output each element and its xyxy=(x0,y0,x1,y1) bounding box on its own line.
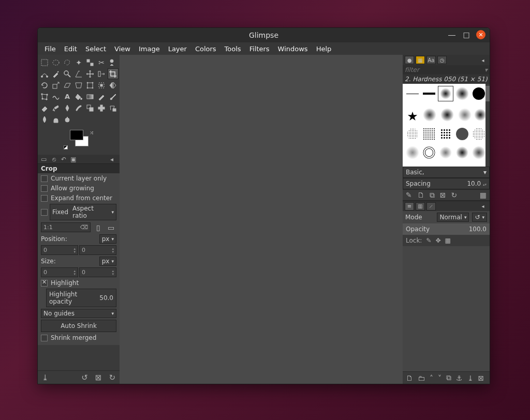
tab-device-status-icon[interactable]: ⎋ xyxy=(50,155,58,163)
close-button[interactable]: ✕ xyxy=(476,30,485,39)
tool-paths[interactable] xyxy=(39,68,50,79)
tab-channels-icon[interactable]: ▥ xyxy=(416,202,425,211)
opt-expand-from-center[interactable]: Expand from center xyxy=(41,194,116,202)
brush-category-dropdown[interactable]: Basic,▾ xyxy=(403,167,490,178)
tool-perspective[interactable] xyxy=(73,80,84,91)
tool-handle-transform[interactable] xyxy=(96,80,107,91)
tool-dodge-burn[interactable] xyxy=(62,114,73,125)
tool-warp[interactable] xyxy=(51,91,62,102)
opt-fixed-check[interactable] xyxy=(41,209,48,216)
tab-menu-icon[interactable]: ◂ xyxy=(108,155,116,163)
reset-preset-icon[interactable]: ↻ xyxy=(109,373,115,382)
tool-crop[interactable] xyxy=(108,68,119,79)
tool-bucket-fill[interactable] xyxy=(73,91,84,102)
menu-layer[interactable]: Layer xyxy=(165,44,190,54)
menu-tools[interactable]: Tools xyxy=(221,44,245,54)
tool-airbrush[interactable] xyxy=(51,102,62,113)
menu-windows[interactable]: Windows xyxy=(274,44,312,54)
save-preset-icon[interactable]: ⤓ xyxy=(42,373,49,382)
guides-dropdown[interactable]: No guides▾ xyxy=(41,309,116,318)
lock-pixels-icon[interactable]: ✎ xyxy=(426,237,431,244)
tool-eraser[interactable] xyxy=(39,102,50,113)
brush-filter-input[interactable]: filter▾ xyxy=(403,65,490,74)
opt-fixed-dropdown[interactable]: Fixed Aspect ratio ▾ xyxy=(50,204,116,220)
tab-paths-icon[interactable]: ⟋ xyxy=(426,202,436,211)
layer-anchor-icon[interactable]: ⚓ xyxy=(456,374,463,382)
tab-tool-options-icon[interactable]: ▭ xyxy=(40,155,48,163)
layers-tab-menu-icon[interactable]: ◂ xyxy=(478,202,488,211)
titlebar[interactable]: Glimpse ― □ ✕ xyxy=(38,28,490,42)
lock-alpha-icon[interactable]: ▦ xyxy=(445,237,451,244)
tool-unified-transform[interactable] xyxy=(85,80,96,91)
menu-filters[interactable]: Filters xyxy=(246,44,273,54)
menu-colors[interactable]: Colors xyxy=(192,44,220,54)
brush-new-icon[interactable]: 🗋 xyxy=(417,191,424,199)
tool-blur[interactable] xyxy=(39,114,50,125)
restore-preset-icon[interactable]: ↺ xyxy=(81,373,88,382)
menu-file[interactable]: File xyxy=(41,44,60,54)
brush-open-as-image-icon[interactable]: ▦ xyxy=(480,191,487,199)
tool-paintbrush[interactable] xyxy=(108,91,119,102)
tool-zoom[interactable] xyxy=(62,68,73,79)
tool-by-color-select[interactable] xyxy=(85,57,96,68)
tool-fuzzy-select[interactable]: ✦ xyxy=(73,57,84,68)
layer-merge-icon[interactable]: ⤓ xyxy=(467,374,474,382)
brush-refresh-icon[interactable]: ↻ xyxy=(451,191,457,199)
tool-shear[interactable] xyxy=(62,80,73,91)
size-h-input[interactable]: 0▴▾ xyxy=(79,267,116,277)
ratio-input[interactable]: 1:1⌫ xyxy=(41,222,91,232)
foreground-color[interactable] xyxy=(70,130,83,140)
tab-patterns-icon[interactable]: ▦ xyxy=(416,56,425,64)
brush-duplicate-icon[interactable]: ⧉ xyxy=(430,191,435,200)
size-unit-dropdown[interactable]: px▾ xyxy=(99,257,116,266)
brush-scrollbar[interactable] xyxy=(485,84,490,167)
default-colors-icon[interactable] xyxy=(64,145,68,149)
layer-group-icon[interactable]: 🗀 xyxy=(418,374,425,382)
tool-gradient[interactable] xyxy=(85,91,96,102)
tool-rotate[interactable] xyxy=(39,80,50,91)
layer-new-icon[interactable]: 🗋 xyxy=(406,374,413,382)
minimize-button[interactable]: ― xyxy=(447,30,457,39)
delete-preset-icon[interactable]: ⊠ xyxy=(95,373,102,382)
menu-select[interactable]: Select xyxy=(82,44,110,54)
menu-edit[interactable]: Edit xyxy=(61,44,81,54)
tool-align[interactable] xyxy=(96,68,107,79)
tool-ink[interactable] xyxy=(62,102,73,113)
tab-menu-right-icon[interactable]: ◂ xyxy=(478,56,488,64)
tab-images-icon[interactable]: ▣ xyxy=(69,155,78,163)
highlight-opacity-input[interactable]: Highlight opacity 50.0 xyxy=(46,289,116,307)
opt-highlight[interactable]: Highlight xyxy=(41,279,116,287)
size-w-input[interactable]: 0▴▾ xyxy=(41,267,78,277)
tool-move[interactable] xyxy=(85,68,96,79)
tab-layers-icon[interactable]: ≡ xyxy=(405,202,414,211)
menu-image[interactable]: Image xyxy=(135,44,164,54)
layer-delete-icon[interactable]: ⊠ xyxy=(478,374,484,382)
swap-colors-icon[interactable]: ⤭ xyxy=(90,130,94,136)
tool-clone[interactable] xyxy=(85,102,96,113)
position-x-input[interactable]: 0▴▾ xyxy=(41,245,78,255)
tool-scale[interactable] xyxy=(51,80,62,91)
tool-flip[interactable] xyxy=(108,80,119,91)
tab-undo-history-icon[interactable]: ↶ xyxy=(60,155,68,163)
menu-view[interactable]: View xyxy=(111,44,134,54)
orient-portrait-icon[interactable]: ▯ xyxy=(93,222,104,233)
opt-shrink-merged[interactable]: Shrink merged xyxy=(41,334,116,342)
tool-text[interactable]: A xyxy=(62,91,73,102)
tool-pencil[interactable] xyxy=(96,91,107,102)
layer-duplicate-icon[interactable]: ⧉ xyxy=(446,373,451,382)
brush-edit-icon[interactable]: ✎ xyxy=(406,191,412,199)
tool-ellipse-select[interactable] xyxy=(51,57,62,68)
tool-heal[interactable] xyxy=(96,102,107,113)
lock-position-icon[interactable]: ✥ xyxy=(435,237,440,244)
tool-rect-select[interactable] xyxy=(39,57,50,68)
brush-delete-icon[interactable]: ⊠ xyxy=(440,191,446,199)
layer-up-icon[interactable]: ˄ xyxy=(430,374,433,382)
brush-grid[interactable]: ★ xyxy=(403,84,490,167)
tool-foreground-select[interactable] xyxy=(108,57,119,68)
canvas-area[interactable] xyxy=(120,55,403,384)
position-unit-dropdown[interactable]: px▾ xyxy=(99,234,116,244)
tool-perspective-clone[interactable] xyxy=(108,102,119,113)
tool-cage[interactable] xyxy=(39,91,50,102)
tool-scissors[interactable]: ✂ xyxy=(96,57,107,68)
tab-history-icon[interactable]: ◷ xyxy=(437,56,447,64)
